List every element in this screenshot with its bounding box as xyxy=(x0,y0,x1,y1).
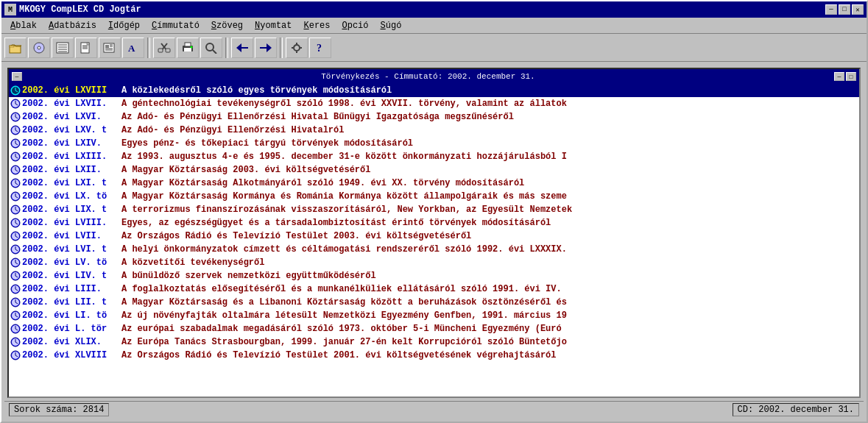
row-law-number: 2002. évi LII. t xyxy=(22,297,121,308)
toolbar-back[interactable] xyxy=(231,38,253,58)
row-clock-icon xyxy=(9,178,22,188)
row-law-title: Az Országos Rádió és Televízió Testület … xyxy=(121,350,557,360)
toolbar-forward[interactable] xyxy=(255,38,277,58)
inner-window: ─ Törvénykezés - Címmutató: 2002. decemb… xyxy=(7,68,861,398)
row-law-number: 2002. évi LIV. t xyxy=(22,271,121,281)
menu-opcio[interactable]: Opció xyxy=(336,19,375,32)
list-item[interactable]: 2002. évi LXI. tA Magyar Köztársaság Alk… xyxy=(9,177,859,190)
maximize-button[interactable]: □ xyxy=(839,4,850,15)
menu-nyomtat[interactable]: Nyomtat xyxy=(249,19,297,32)
toolbar: A ? xyxy=(1,34,867,62)
list-item[interactable]: 2002. évi LXVI.Az Adó- és Pénzügyi Ellen… xyxy=(9,110,859,124)
svg-rect-23 xyxy=(158,49,163,52)
content-area: ─ Törvénykezés - Címmutató: 2002. decemb… xyxy=(1,62,867,422)
svg-marker-10 xyxy=(87,43,89,45)
list-item[interactable]: 2002. évi LXIII.Az 1993. augusztus 4-e é… xyxy=(9,150,859,163)
row-clock-icon xyxy=(9,271,22,281)
menu-idogep[interactable]: Időgép xyxy=(102,19,146,32)
toolbar-settings[interactable] xyxy=(286,38,308,58)
list-item[interactable]: 2002. évi LXVII.A géntechnológiai tevéke… xyxy=(9,97,859,110)
toolbar-sep2 xyxy=(225,38,228,58)
list-item[interactable]: 2002. évi LIV. tA bűnüldöző szervek nemz… xyxy=(9,269,859,282)
list-item[interactable]: 2002. évi LIX. tA terrorizmus finanszíro… xyxy=(9,203,859,216)
toolbar-sep1 xyxy=(147,38,150,58)
title-bar-buttons: ─ □ ✕ xyxy=(825,4,864,15)
row-law-number: 2002. évi L. tör xyxy=(22,324,121,334)
row-law-number: 2002. évi LVIII. xyxy=(22,218,121,228)
list-item[interactable]: 2002. évi LII. tA Magyar Köztársaság és … xyxy=(9,296,859,309)
toolbar-text[interactable]: A xyxy=(122,38,144,58)
list-item[interactable]: 2002. évi L. törAz európai szabadalmak m… xyxy=(9,322,859,335)
list-area[interactable]: 2002. évi LXVIIIA közlekedésről szóló eg… xyxy=(9,84,859,397)
svg-text:A: A xyxy=(128,43,135,54)
row-law-title: Az európai szabadalmak megadásáról szóló… xyxy=(121,324,562,334)
toolbar-open[interactable] xyxy=(4,38,27,58)
row-law-number: 2002. évi LXII. xyxy=(22,165,121,175)
row-law-title: A géntechnológiai tevékenységről szóló 1… xyxy=(121,99,567,109)
list-item[interactable]: 2002. évi LV. töA közvetítői tevékenység… xyxy=(9,256,859,269)
list-item[interactable]: 2002. évi LI. töAz új növényfajták oltal… xyxy=(9,309,859,322)
row-law-number: 2002. évi XLVIII xyxy=(22,350,121,360)
svg-point-3 xyxy=(38,46,40,49)
inner-control-menu[interactable]: ─ xyxy=(12,72,22,81)
toolbar-sep3 xyxy=(280,38,283,58)
menu-ablak[interactable]: Ablak xyxy=(4,19,43,32)
list-item[interactable]: 2002. évi LX. töA Magyar Köztársaság Kor… xyxy=(9,190,859,203)
menu-adatbazis[interactable]: Adatbázis xyxy=(43,19,102,32)
row-law-title: A közlekedésről szóló egyes törvények mó… xyxy=(121,85,392,96)
row-clock-icon xyxy=(9,350,22,360)
list-item[interactable]: 2002. évi LVIII.Egyes, az egészségügyet … xyxy=(9,216,859,230)
row-law-number: 2002. évi LXIV. xyxy=(22,138,121,149)
list-item[interactable]: 2002. évi LVI. tA helyi önkormányzatok c… xyxy=(9,243,859,256)
inner-maximize-button[interactable]: □ xyxy=(846,72,856,81)
close-button[interactable]: ✕ xyxy=(852,4,864,15)
list-item[interactable]: 2002. évi LXII.A Magyar Köztársaság 2003… xyxy=(9,163,859,177)
svg-rect-27 xyxy=(185,43,191,46)
menu-keres[interactable]: Keres xyxy=(298,19,336,32)
row-law-number: 2002. évi LVI. t xyxy=(22,244,121,255)
list-item[interactable]: 2002. évi LXIV.Egyes pénz- és tőkepiaci … xyxy=(9,137,859,150)
list-item[interactable]: 2002. évi LIII.A foglalkoztatás elősegít… xyxy=(9,282,859,296)
minimize-button[interactable]: ─ xyxy=(825,4,837,15)
row-clock-icon xyxy=(9,218,22,228)
toolbar-cd[interactable] xyxy=(28,38,50,58)
row-clock-icon xyxy=(9,231,22,241)
svg-rect-24 xyxy=(166,49,170,52)
toolbar-doc[interactable] xyxy=(75,38,97,58)
title-bar-left: M MKOGY CompLEX CD Jogtár xyxy=(4,4,141,15)
row-law-title: A terrorizmus finanszírozásának visszasz… xyxy=(121,205,572,215)
inner-minimize-button[interactable]: ─ xyxy=(834,72,844,81)
list-item[interactable]: 2002. évi XLIX.Az Európa Tanács Strasbou… xyxy=(9,335,859,349)
toolbar-print[interactable] xyxy=(177,38,199,58)
row-law-title: Az 1993. augusztus 4-e és 1995. december… xyxy=(121,152,567,162)
menu-bar: Ablak Adatbázis Időgép Címmutató Szöveg … xyxy=(1,18,867,34)
status-rows: Sorok száma: 2814 xyxy=(9,403,109,416)
toolbar-search[interactable] xyxy=(200,38,222,58)
row-clock-icon xyxy=(9,244,22,255)
toolbar-help[interactable]: ? xyxy=(309,38,331,58)
app-icon: M xyxy=(4,4,16,15)
menu-sugo[interactable]: Súgó xyxy=(375,19,408,32)
svg-rect-1 xyxy=(10,46,14,47)
svg-rect-26 xyxy=(184,48,191,51)
inner-title-bar: ─ Törvénykezés - Címmutató: 2002. decemb… xyxy=(9,69,859,84)
svg-text:?: ? xyxy=(317,43,322,54)
toolbar-list1[interactable] xyxy=(52,38,74,58)
toolbar-newspaper[interactable] xyxy=(99,38,121,58)
toolbar-cut[interactable] xyxy=(153,38,175,58)
row-law-number: 2002. évi XLIX. xyxy=(22,337,121,347)
rows-container: 2002. évi LXVIIIA közlekedésről szóló eg… xyxy=(9,84,859,362)
list-item[interactable]: 2002. évi LVII.Az Országos Rádió és Tele… xyxy=(9,230,859,243)
row-clock-icon xyxy=(9,257,22,268)
list-item[interactable]: 2002. évi XLVIIIAz Országos Rádió és Tel… xyxy=(9,349,859,362)
menu-szoveg[interactable]: Szöveg xyxy=(205,19,249,32)
row-law-title: A Magyar Köztársaság Alkotmányáról szóló… xyxy=(121,178,524,188)
status-cd: CD: 2002. december 31. xyxy=(733,403,859,416)
row-law-number: 2002. évi LX. tö xyxy=(22,191,121,202)
list-item[interactable]: 2002. évi LXVIIIA közlekedésről szóló eg… xyxy=(9,84,859,97)
menu-cimmutato[interactable]: Címmutató xyxy=(146,19,205,32)
list-item[interactable]: 2002. évi LXV. tAz Adó- és Pénzügyi Elle… xyxy=(9,124,859,137)
row-clock-icon xyxy=(9,165,22,175)
row-law-title: A Magyar Köztársaság és a Libanoni Köztá… xyxy=(121,297,567,308)
svg-point-29 xyxy=(206,43,214,51)
